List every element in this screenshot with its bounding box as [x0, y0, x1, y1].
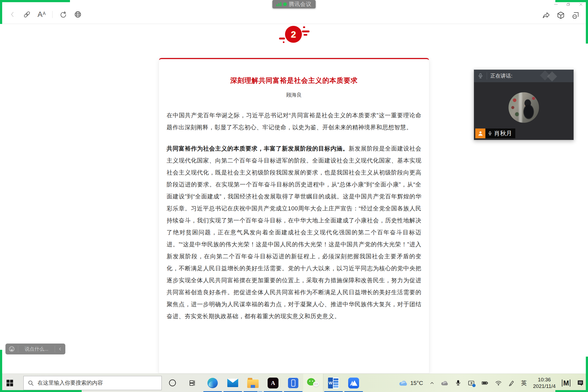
collapse-chevron-icon[interactable]	[58, 347, 63, 351]
article-paragraph-1: 在中国共产党百年华诞之际，习近平总书记对“共同富裕是社会主义的本质要求”这一重要…	[167, 109, 421, 133]
page-badge-circle: 2	[285, 26, 302, 43]
acrobat-icon: A	[268, 378, 278, 388]
task-view-button[interactable]	[182, 374, 203, 392]
wechat-button[interactable]	[303, 374, 323, 392]
taskbar-search[interactable]	[23, 376, 162, 390]
edge-button[interactable]	[203, 374, 223, 392]
page-number: 2	[291, 29, 296, 40]
notification-icon	[577, 379, 584, 387]
font-tool-small: A	[43, 11, 46, 16]
search-input[interactable]	[38, 380, 152, 386]
share-border-bottom-left	[0, 350, 2, 392]
minimize-icon[interactable]	[554, 2, 558, 7]
cube-icon[interactable]	[556, 11, 565, 20]
mail-icon	[227, 379, 238, 387]
video-window-header[interactable]: 正在讲话:	[474, 70, 574, 82]
wifi-tray-button[interactable]	[495, 379, 502, 387]
meeting-video-window: 正在讲话: 肖秋月	[474, 69, 574, 140]
battery-icon	[481, 379, 489, 387]
onedrive-cloud-icon	[441, 380, 449, 386]
taskbar-clock[interactable]: 10:36 2021/11/4	[533, 376, 556, 390]
tencent-meeting-button[interactable]	[344, 374, 364, 392]
globe-icon[interactable]	[74, 10, 82, 19]
share-border-bottom-right	[555, 390, 588, 392]
taskbar: A W	[0, 373, 588, 392]
battery-tray-button[interactable]	[481, 379, 489, 387]
mail-button[interactable]	[223, 374, 243, 392]
video-window-body: 肖秋月	[474, 82, 574, 140]
speaking-label: 正在讲话:	[490, 72, 512, 79]
acrobat-button[interactable]: A	[263, 374, 283, 392]
font-tool-big: A	[38, 11, 42, 18]
task-view-icon	[189, 379, 196, 387]
header-divider	[487, 72, 487, 79]
meeting-pill-label: 腾讯会议	[289, 1, 312, 8]
mic-tray-icon	[455, 380, 461, 386]
window-controls	[554, 2, 583, 7]
file-explorer-button[interactable]	[243, 374, 263, 392]
clock-date: 2021/11/4	[533, 383, 556, 390]
clock-time: 10:36	[533, 376, 556, 383]
action-center-button[interactable]	[577, 379, 584, 387]
chat-divider	[18, 346, 18, 352]
your-phone-button[interactable]	[283, 374, 303, 392]
share-border-bottom-right	[586, 357, 588, 392]
weather-temp: 15°C	[410, 380, 423, 386]
language-indicator[interactable]: 英	[521, 379, 527, 387]
folder-icon	[247, 379, 259, 388]
m-app-tray-icon[interactable]: M	[562, 379, 570, 387]
participant-mic-icon	[488, 131, 492, 136]
screen: AA 腾讯会议	[0, 0, 588, 392]
tray-expand-button[interactable]	[429, 380, 435, 386]
windows-logo-icon	[7, 380, 13, 386]
article-author: 顾海良	[167, 91, 421, 99]
emoji-icon[interactable]	[8, 345, 15, 353]
word-letter: W	[328, 378, 333, 388]
recording-dot-icon	[283, 2, 287, 6]
share-icon[interactable]	[542, 11, 550, 20]
page-loading-badge: 2	[285, 26, 302, 43]
tencent-meeting-icon	[348, 378, 359, 388]
share-border-bottom-left	[0, 390, 82, 392]
share-border-top-right	[555, 0, 588, 2]
meeting-status-pill[interactable]: 腾讯会议	[272, 0, 316, 8]
font-size-icon[interactable]: AA	[38, 11, 46, 18]
wechat-icon	[307, 378, 320, 388]
restore-icon[interactable]	[566, 2, 571, 7]
taskbar-apps: A W	[162, 374, 364, 392]
taskbar-tray: 15°C 英	[399, 376, 588, 390]
onedrive-tray-button[interactable]	[441, 380, 449, 386]
screencast-tray-button[interactable]	[468, 379, 475, 387]
article-paragraph-2: 共同富裕作为社会主义的本质要求，丰富了新发展阶段的目标内涵。新发展阶段是全面建设…	[167, 143, 421, 322]
chevron-up-icon	[429, 380, 435, 386]
cortana-button[interactable]	[162, 374, 182, 392]
article-card: 深刻理解共同富裕是社会主义的本质要求 顾海良 在中国共产党百年华诞之际，习近平总…	[159, 58, 429, 373]
phone-icon	[288, 378, 298, 388]
meeting-chat-bubble: 说点什么...	[5, 344, 65, 354]
participant-name-tag: 肖秋月	[475, 128, 515, 138]
participant-avatar	[509, 92, 539, 123]
back-icon[interactable]	[9, 11, 16, 18]
close-icon[interactable]	[579, 2, 583, 7]
toolbar-right-group	[542, 11, 580, 20]
refresh-icon[interactable]	[59, 10, 67, 19]
word-icon: W	[328, 378, 339, 388]
article-title: 深刻理解共同富裕是社会主义的本质要求	[167, 76, 421, 85]
weather-widget[interactable]: 15°C	[399, 380, 423, 386]
word-button[interactable]: W	[323, 374, 344, 392]
host-badge-icon	[475, 128, 485, 138]
acrobat-letter: A	[271, 379, 275, 387]
mic-icon	[477, 73, 483, 79]
chat-input[interactable]: 说点什么...	[21, 346, 52, 352]
chat-divider	[55, 346, 55, 352]
link-icon[interactable]	[23, 10, 31, 19]
capture-icon[interactable]	[571, 11, 580, 20]
pen-tray-button[interactable]	[508, 380, 515, 386]
meeting-watermark-icon	[541, 72, 563, 80]
share-border-top-left	[0, 0, 2, 24]
microphone-tray-button[interactable]	[455, 380, 461, 386]
start-button[interactable]	[0, 374, 20, 392]
cortana-icon	[169, 379, 176, 386]
weather-cloud-icon	[399, 380, 408, 386]
paragraph-2-body: 新发展阶段是全面建设社会主义现代化国家、向第二个百年奋斗目标进军的阶段。全面建设…	[167, 145, 421, 320]
